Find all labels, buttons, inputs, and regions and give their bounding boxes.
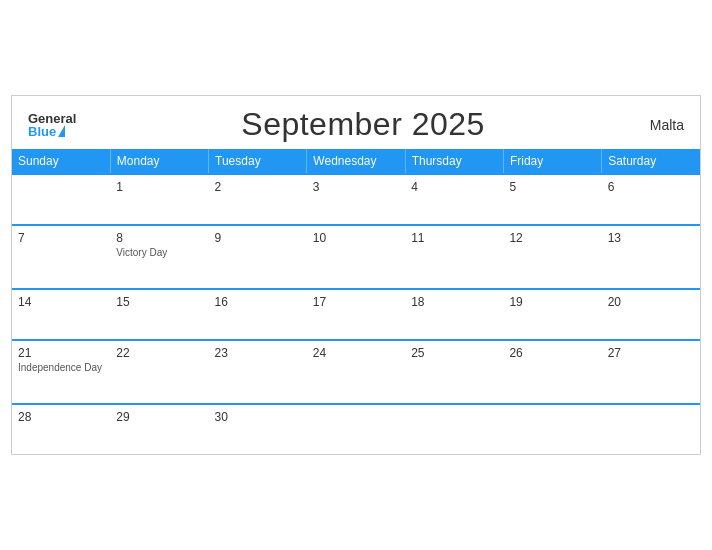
weekday-header-sunday: Sunday [12,149,110,174]
calendar-cell [12,174,110,225]
calendar-cell: 21Independence Day [12,340,110,404]
calendar-thead: SundayMondayTuesdayWednesdayThursdayFrid… [12,149,700,174]
logo-general-text: General [28,112,76,125]
calendar-cell: 28 [12,404,110,454]
day-number: 11 [411,231,497,245]
calendar-cell: 18 [405,289,503,340]
day-number: 30 [215,410,301,424]
calendar-cell: 16 [209,289,307,340]
day-number: 27 [608,346,694,360]
calendar-week-row: 282930 [12,404,700,454]
month-title: September 2025 [241,106,485,143]
calendar-cell: 14 [12,289,110,340]
day-number: 9 [215,231,301,245]
day-number: 20 [608,295,694,309]
calendar-cell: 17 [307,289,405,340]
calendar-cell [307,404,405,454]
holiday-text: Independence Day [18,362,104,373]
day-number: 4 [411,180,497,194]
calendar-cell: 11 [405,225,503,289]
day-number: 24 [313,346,399,360]
day-number: 14 [18,295,104,309]
calendar-header: General Blue September 2025 Malta [12,96,700,149]
calendar-container: General Blue September 2025 Malta Sunday… [11,95,701,455]
day-number: 5 [509,180,595,194]
weekday-header-saturday: Saturday [602,149,700,174]
calendar-week-row: 14151617181920 [12,289,700,340]
weekday-header-monday: Monday [110,149,208,174]
day-number: 1 [116,180,202,194]
calendar-cell [602,404,700,454]
day-number: 28 [18,410,104,424]
calendar-cell: 26 [503,340,601,404]
logo-triangle-icon [58,125,65,137]
calendar-cell: 6 [602,174,700,225]
calendar-cell: 2 [209,174,307,225]
calendar-cell: 7 [12,225,110,289]
holiday-text: Victory Day [116,247,202,258]
weekday-header-row: SundayMondayTuesdayWednesdayThursdayFrid… [12,149,700,174]
calendar-cell: 5 [503,174,601,225]
calendar-cell: 13 [602,225,700,289]
calendar-cell: 24 [307,340,405,404]
calendar-cell: 4 [405,174,503,225]
weekday-header-tuesday: Tuesday [209,149,307,174]
day-number: 7 [18,231,104,245]
day-number: 29 [116,410,202,424]
calendar-cell: 20 [602,289,700,340]
day-number: 13 [608,231,694,245]
calendar-table: SundayMondayTuesdayWednesdayThursdayFrid… [12,149,700,454]
calendar-cell: 29 [110,404,208,454]
day-number: 26 [509,346,595,360]
calendar-cell: 15 [110,289,208,340]
calendar-cell: 19 [503,289,601,340]
day-number: 18 [411,295,497,309]
day-number: 2 [215,180,301,194]
day-number: 15 [116,295,202,309]
calendar-cell: 23 [209,340,307,404]
calendar-cell [503,404,601,454]
calendar-week-row: 78Victory Day910111213 [12,225,700,289]
day-number: 10 [313,231,399,245]
calendar-cell: 22 [110,340,208,404]
calendar-week-row: 123456 [12,174,700,225]
calendar-cell [405,404,503,454]
calendar-week-row: 21Independence Day222324252627 [12,340,700,404]
calendar-cell: 10 [307,225,405,289]
calendar-cell: 9 [209,225,307,289]
calendar-cell: 12 [503,225,601,289]
day-number: 8 [116,231,202,245]
weekday-header-friday: Friday [503,149,601,174]
day-number: 17 [313,295,399,309]
day-number: 6 [608,180,694,194]
weekday-header-wednesday: Wednesday [307,149,405,174]
day-number: 22 [116,346,202,360]
day-number: 25 [411,346,497,360]
calendar-cell: 25 [405,340,503,404]
day-number: 16 [215,295,301,309]
day-number: 12 [509,231,595,245]
calendar-cell: 30 [209,404,307,454]
calendar-cell: 3 [307,174,405,225]
calendar-cell: 1 [110,174,208,225]
day-number: 19 [509,295,595,309]
calendar-cell: 27 [602,340,700,404]
calendar-cell: 8Victory Day [110,225,208,289]
day-number: 23 [215,346,301,360]
day-number: 21 [18,346,104,360]
calendar-tbody: 12345678Victory Day910111213141516171819… [12,174,700,454]
logo: General Blue [28,112,76,138]
country-label: Malta [650,117,684,133]
logo-blue-text: Blue [28,125,56,138]
weekday-header-thursday: Thursday [405,149,503,174]
day-number: 3 [313,180,399,194]
